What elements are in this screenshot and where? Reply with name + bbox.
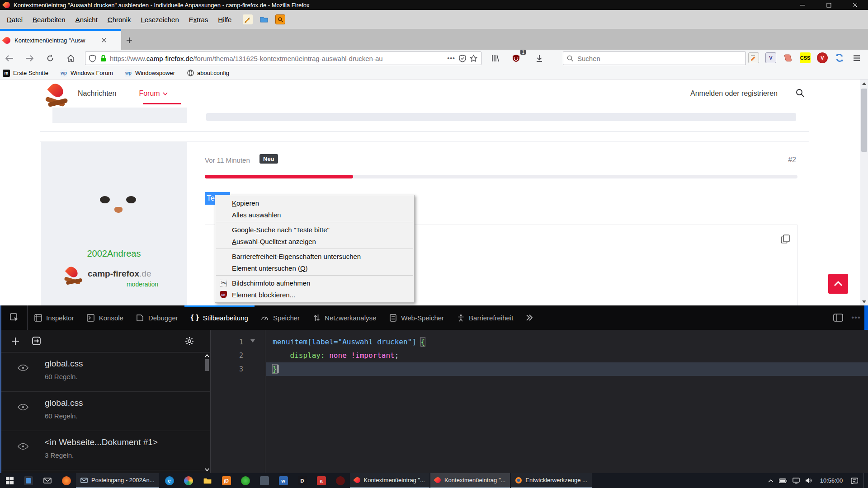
page-scrollbar[interactable] bbox=[860, 80, 868, 305]
scroll-down-arrow[interactable] bbox=[860, 298, 868, 305]
url-bar[interactable]: https://www.camp-firefox.de/forum/thema/… bbox=[85, 52, 481, 65]
file-explorer-icon[interactable] bbox=[203, 476, 212, 485]
red-v-extension-icon[interactable]: V bbox=[817, 52, 828, 63]
new-stylesheet-button[interactable] bbox=[11, 337, 19, 345]
ublock-origin-icon[interactable]: 1 bbox=[509, 52, 523, 65]
post-username[interactable]: 2002Andreas bbox=[41, 249, 187, 259]
tab-web-speicher[interactable]: Web-Speicher bbox=[382, 305, 450, 330]
taskbar-pinned-icon[interactable] bbox=[336, 476, 345, 485]
scroll-extension-icon[interactable] bbox=[783, 52, 793, 63]
new-tab-button[interactable] bbox=[121, 31, 137, 50]
eye-icon[interactable] bbox=[18, 364, 28, 371]
back-button[interactable] bbox=[3, 52, 16, 65]
taskbar-pinned-icon[interactable] bbox=[260, 476, 269, 485]
tracking-protection-shield-icon[interactable] bbox=[89, 55, 96, 62]
tab-netzwerkanalyse[interactable]: Netzwerkanalyse bbox=[306, 305, 382, 330]
css-code-editor[interactable]: 1 2 3 menuitem[label="Auswahl drucken"] … bbox=[211, 330, 868, 473]
sync-extension-icon[interactable] bbox=[834, 52, 845, 63]
tab-stilbearbeitung[interactable]: { }Stilbearbeitung bbox=[184, 305, 255, 330]
scroll-up-arrow[interactable] bbox=[860, 80, 868, 87]
more-tabs-chevron-icon[interactable] bbox=[519, 305, 539, 330]
library-icon[interactable] bbox=[488, 52, 502, 65]
hamburger-menu-icon[interactable] bbox=[851, 52, 862, 63]
login-link[interactable]: Anmelden oder registrieren bbox=[690, 89, 778, 98]
gear-icon[interactable] bbox=[185, 337, 194, 346]
camp-firefox-logo[interactable] bbox=[44, 83, 71, 108]
home-button[interactable] bbox=[64, 52, 77, 65]
responsive-mode-sliver[interactable] bbox=[864, 305, 868, 330]
menu-item-barrierefreiheit[interactable]: Barrierefreiheit-Eigenschaften untersuch… bbox=[215, 250, 414, 262]
display-icon[interactable] bbox=[793, 478, 800, 483]
mail-icon[interactable] bbox=[43, 476, 52, 485]
show-desktop-button[interactable] bbox=[863, 473, 865, 488]
menu-chronik[interactable]: Chronik bbox=[103, 14, 136, 26]
tray-chevron-up-icon[interactable] bbox=[768, 479, 774, 483]
taskbar-window-devtools[interactable]: Entwicklerwerkzeuge ... bbox=[511, 473, 592, 488]
taskbar-pinned-icon[interactable]: a bbox=[317, 476, 326, 485]
avatar[interactable] bbox=[85, 168, 152, 236]
eye-icon[interactable] bbox=[18, 443, 28, 450]
import-stylesheet-button[interactable] bbox=[32, 337, 42, 346]
element-picker-icon[interactable] bbox=[1, 305, 28, 330]
close-button[interactable] bbox=[842, 0, 868, 10]
tab-barrierefreiheit[interactable]: Barrierefreiheit bbox=[450, 305, 519, 330]
nav-nachrichten[interactable]: Nachrichten bbox=[78, 89, 116, 98]
css-extension-icon[interactable]: CSS bbox=[800, 52, 811, 63]
menu-item-bildschirmfoto[interactable]: ✂Bildschirmfoto aufnehmen bbox=[215, 277, 414, 289]
site-search-icon[interactable] bbox=[796, 89, 805, 98]
taskbar-window-firefox-1[interactable]: Kontextmenüeintrag "... bbox=[350, 473, 429, 488]
taskbar-pinned-icon[interactable]: D bbox=[298, 476, 307, 485]
split-console-icon[interactable] bbox=[833, 314, 843, 322]
battery-icon[interactable] bbox=[779, 479, 787, 483]
fold-arrow-icon[interactable] bbox=[250, 339, 255, 345]
notes-pencil-icon[interactable] bbox=[243, 14, 253, 24]
folder-icon[interactable] bbox=[259, 14, 269, 24]
search-input[interactable]: Suchen bbox=[563, 52, 746, 65]
tab-close-icon[interactable] bbox=[101, 38, 107, 43]
bookmark-about-config[interactable]: about:config bbox=[187, 70, 229, 77]
sidebar-scrollbar[interactable] bbox=[204, 352, 210, 473]
devtools-meatball-menu-icon[interactable]: ••• bbox=[851, 313, 861, 322]
tab-active[interactable]: Kontextmenüeintrag "Ausw bbox=[0, 29, 121, 50]
v-extension-icon[interactable]: V bbox=[765, 52, 776, 63]
edge-icon[interactable]: e bbox=[165, 476, 174, 485]
downloads-icon[interactable] bbox=[533, 52, 546, 65]
menu-extras[interactable]: Extras bbox=[184, 14, 213, 26]
maximize-button[interactable] bbox=[816, 0, 842, 10]
https-lock-icon[interactable] bbox=[100, 55, 106, 62]
eye-icon[interactable] bbox=[18, 404, 28, 411]
scrollbar-thumb[interactable] bbox=[861, 89, 867, 152]
back-to-top-button[interactable] bbox=[828, 274, 848, 294]
speaker-icon[interactable] bbox=[805, 478, 812, 483]
taskbar-pinned-icon[interactable]: w bbox=[279, 476, 288, 485]
menu-item-element-blockieren[interactable]: ubElement blockieren... bbox=[215, 289, 414, 300]
taskbar-clock[interactable]: 10:56:00 bbox=[817, 477, 845, 484]
menu-datei[interactable]: Datei bbox=[2, 14, 28, 26]
menu-ansicht[interactable]: Ansicht bbox=[71, 14, 103, 26]
bookmark-windowspower[interactable]: wpWindowspower bbox=[125, 70, 175, 77]
taskbar-window-thunderbird[interactable]: Posteingang - 2002An... bbox=[76, 473, 159, 488]
scrollbar-thumb[interactable] bbox=[205, 359, 209, 371]
taskbar-pinned-icon[interactable] bbox=[184, 476, 193, 485]
menu-item-google-suche[interactable]: Google-Suche nach "Teste bitte" bbox=[215, 224, 414, 235]
taskbar-pinned-icon[interactable] bbox=[241, 476, 250, 485]
stylesheet-item[interactable]: global.css 60 Regeln. bbox=[1, 392, 210, 431]
stylus-extension-icon[interactable] bbox=[748, 52, 759, 63]
page-actions-icon[interactable]: ••• bbox=[447, 55, 455, 62]
start-button[interactable] bbox=[0, 473, 19, 488]
menu-item-alles-auswaehlen[interactable]: Alles auswählen bbox=[215, 209, 414, 221]
post-number[interactable]: #2 bbox=[788, 156, 796, 164]
menu-hilfe[interactable]: Hilfe bbox=[213, 14, 236, 26]
copy-pages-icon[interactable] bbox=[781, 234, 791, 244]
taskbar-pinned-icon[interactable]: jD bbox=[222, 476, 231, 485]
bookmark-star-icon[interactable] bbox=[470, 55, 477, 62]
menu-lesezeichen[interactable]: Lesezeichen bbox=[136, 14, 184, 26]
stylesheet-item[interactable]: <in Webseite...Dokument #1> 3 Regeln. bbox=[1, 431, 210, 470]
menu-item-kopieren[interactable]: Kopieren bbox=[215, 197, 414, 209]
menu-item-element-untersuchen[interactable]: Element untersuchen (Q) bbox=[215, 262, 414, 274]
tab-konsole[interactable]: Konsole bbox=[80, 305, 130, 330]
tab-speicher[interactable]: Speicher bbox=[255, 305, 306, 330]
menu-item-auswahl-quelltext[interactable]: Auswahl-Quelltext anzeigen bbox=[215, 235, 414, 247]
forward-button[interactable] bbox=[23, 52, 36, 65]
reload-button[interactable] bbox=[43, 52, 57, 65]
